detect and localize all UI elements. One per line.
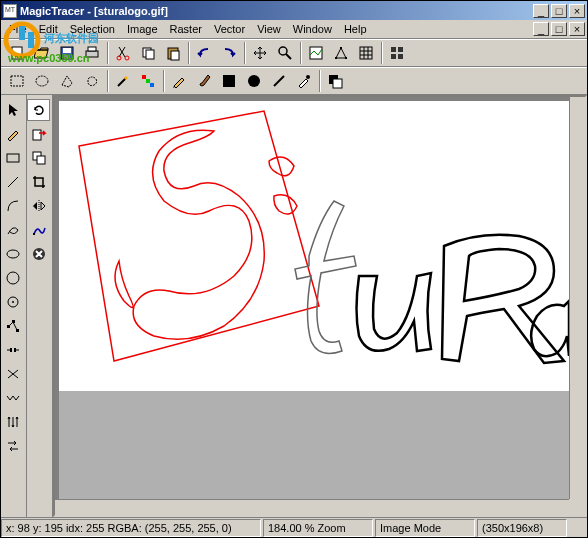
select-ellipse-button[interactable] (30, 70, 53, 92)
svg-rect-3 (64, 55, 70, 59)
status-coords: x: 98 y: 195 idx: 255 RGBA: (255, 255, 2… (1, 519, 261, 537)
layers-tool[interactable] (27, 147, 50, 169)
export-tool[interactable] (27, 123, 50, 145)
maximize-button[interactable]: □ (551, 4, 567, 18)
svg-rect-20 (391, 54, 396, 59)
cut-button[interactable] (111, 42, 134, 64)
app-window: MagicTracer - [sturalogo.gif] _ □ × File… (0, 0, 588, 538)
minimize-button[interactable]: _ (533, 4, 549, 18)
fill-square-button[interactable] (217, 70, 240, 92)
menu-file[interactable]: File (3, 21, 33, 37)
new-button[interactable] (5, 42, 28, 64)
zoom-button[interactable] (273, 42, 296, 64)
pen-button[interactable] (167, 70, 190, 92)
pencil-tool[interactable] (1, 123, 24, 145)
menu-image[interactable]: Image (121, 21, 164, 37)
status-mode: Image Mode (375, 519, 475, 537)
close-button[interactable]: × (569, 4, 585, 18)
scrollbar-vertical[interactable] (569, 97, 585, 499)
svg-rect-14 (335, 57, 337, 59)
mdi-close-button[interactable]: × (569, 22, 585, 36)
toolbar-main (1, 39, 587, 67)
svg-point-28 (248, 75, 260, 87)
menu-selection[interactable]: Selection (64, 21, 121, 37)
svg-rect-22 (11, 76, 23, 86)
svg-rect-9 (146, 50, 154, 59)
select-poly-button[interactable] (55, 70, 78, 92)
swap-tool[interactable] (1, 435, 24, 457)
svg-rect-17 (360, 47, 372, 59)
undo-button[interactable] (192, 42, 215, 64)
wand-button[interactable] (111, 70, 134, 92)
open-button[interactable] (30, 42, 53, 64)
vector-mode-button[interactable] (329, 42, 352, 64)
svg-rect-44 (37, 156, 45, 164)
menu-vector[interactable]: Vector (208, 21, 251, 37)
mdi-restore-button[interactable]: □ (551, 22, 567, 36)
fill-circle-button[interactable] (242, 70, 265, 92)
line-draw-button[interactable] (267, 70, 290, 92)
canvas[interactable] (53, 95, 587, 517)
line-tool[interactable] (1, 171, 24, 193)
mdi-minimize-button[interactable]: _ (533, 22, 549, 36)
flip-tool[interactable] (27, 195, 50, 217)
curve-tool[interactable] (1, 219, 24, 241)
window-title: MagicTracer - [sturalogo.gif] (20, 5, 531, 17)
svg-point-23 (36, 76, 48, 86)
grid-button[interactable] (354, 42, 377, 64)
join-tool[interactable] (1, 363, 24, 385)
menubar: File Edit Selection Image Raster Vector … (1, 20, 587, 39)
menu-raster[interactable]: Raster (164, 21, 208, 37)
left-toolbox-1 (1, 95, 27, 517)
save-button[interactable] (55, 42, 78, 64)
crop-tool[interactable] (27, 171, 50, 193)
arc-tool[interactable] (1, 195, 24, 217)
break-tool[interactable] (1, 339, 24, 361)
zigzag-tool[interactable] (1, 387, 24, 409)
circle-tool[interactable] (1, 267, 24, 289)
star-tool[interactable] (1, 291, 24, 313)
svg-rect-27 (223, 75, 235, 87)
color-swatch-button[interactable] (323, 70, 346, 92)
svg-rect-4 (86, 51, 98, 57)
refresh-tool[interactable] (27, 99, 50, 121)
copy-button[interactable] (136, 42, 159, 64)
svg-rect-2 (63, 48, 71, 53)
menu-view[interactable]: View (251, 21, 287, 37)
trace-tool[interactable] (27, 219, 50, 241)
nodes-tool[interactable] (1, 315, 24, 337)
redo-button[interactable] (217, 42, 240, 64)
select-rect-button[interactable] (5, 70, 28, 92)
status-zoom: 184.00 % Zoom (263, 519, 373, 537)
pan-button[interactable] (248, 42, 271, 64)
eyedropper-button[interactable] (292, 70, 315, 92)
color-select-button[interactable] (136, 70, 159, 92)
workarea (1, 95, 587, 517)
panels-button[interactable] (385, 42, 408, 64)
svg-rect-24 (142, 75, 146, 79)
delete-tool[interactable] (27, 243, 50, 265)
svg-rect-42 (33, 130, 41, 140)
rect-tool[interactable] (1, 147, 24, 169)
brush-button[interactable] (192, 70, 215, 92)
image-mode-button[interactable] (304, 42, 327, 64)
svg-point-7 (125, 56, 129, 60)
menu-edit[interactable]: Edit (33, 21, 64, 37)
svg-rect-41 (14, 348, 16, 352)
pointer-tool[interactable] (1, 99, 24, 121)
paste-button[interactable] (161, 42, 184, 64)
app-icon (3, 4, 17, 18)
left-toolbox-2 (27, 95, 53, 517)
scan-button[interactable] (80, 42, 103, 64)
svg-point-12 (279, 47, 287, 55)
select-lasso-button[interactable] (80, 70, 103, 92)
svg-rect-19 (398, 47, 403, 52)
toolbar-shapes (1, 67, 587, 95)
svg-rect-26 (150, 83, 154, 87)
scrollbar-horizontal[interactable] (55, 499, 569, 515)
menu-help[interactable]: Help (338, 21, 373, 37)
titlebar: MagicTracer - [sturalogo.gif] _ □ × (1, 1, 587, 20)
ellipse-tool[interactable] (1, 243, 24, 265)
menu-window[interactable]: Window (287, 21, 338, 37)
parallel-tool[interactable] (1, 411, 24, 433)
